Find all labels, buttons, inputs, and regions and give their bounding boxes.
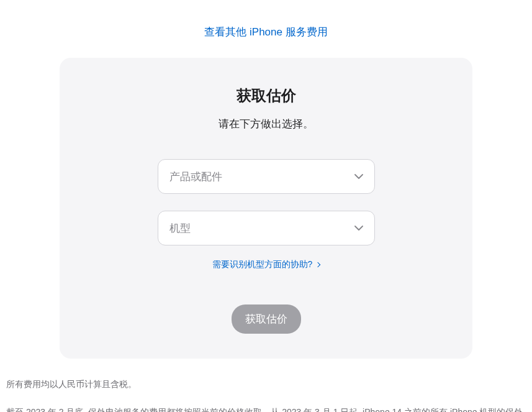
product-select[interactable]: 产品或配件	[158, 159, 375, 194]
footer-line1: 所有费用均以人民币计算且含税。	[6, 376, 526, 393]
page-container: 查看其他 iPhone 服务费用 获取估价 请在下方做出选择。 产品或配件 机型…	[0, 0, 532, 412]
help-link[interactable]: 需要识别机型方面的协助?	[91, 259, 441, 270]
footer-line2: 截至 2023 年 2 月底, 保外电池服务的费用都将按照当前的价格收取。从 2…	[6, 404, 526, 412]
help-link-text: 需要识别机型方面的协助?	[212, 259, 313, 270]
top-link[interactable]: 查看其他 iPhone 服务费用	[0, 0, 532, 58]
footer-line2-pretext: 截至 2023 年 2 月底, 保外电池服务的费用都将按照当前的价格收取。从 2…	[6, 407, 523, 412]
footer-text: 所有费用均以人民币计算且含税。 截至 2023 年 2 月底, 保外电池服务的费…	[0, 359, 532, 412]
card-subtitle: 请在下方做出选择。	[91, 117, 441, 131]
model-select-placeholder: 机型	[169, 221, 191, 236]
chevron-down-icon	[354, 226, 363, 231]
model-select-wrapper: 机型	[158, 211, 375, 245]
chevron-right-icon	[315, 262, 320, 267]
product-select-placeholder: 产品或配件	[169, 170, 222, 184]
card-title: 获取估价	[91, 86, 441, 106]
get-estimate-button[interactable]: 获取估价	[232, 304, 301, 334]
estimate-card: 获取估价 请在下方做出选择。 产品或配件 机型 需要识别机型方面的协助? 获取估…	[60, 58, 472, 359]
chevron-down-icon	[354, 174, 363, 179]
product-select-wrapper: 产品或配件	[158, 159, 375, 194]
model-select[interactable]: 机型	[158, 211, 375, 245]
